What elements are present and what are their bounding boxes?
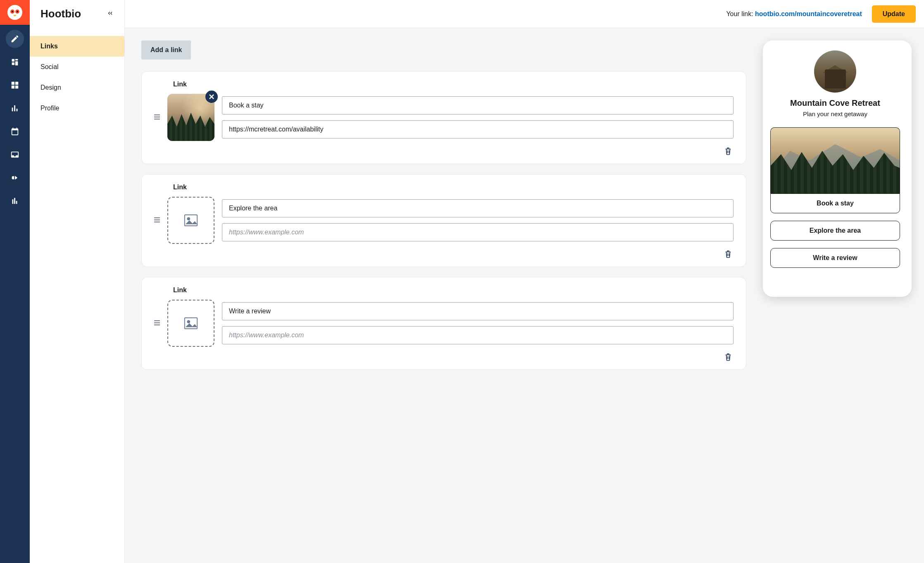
nav-amplify[interactable] xyxy=(6,169,24,187)
drag-handle-icon[interactable] xyxy=(154,316,160,330)
svg-rect-6 xyxy=(15,82,18,85)
sidebar-item-links[interactable]: Links xyxy=(30,36,124,57)
delete-link-button[interactable] xyxy=(723,248,733,261)
sidebar-item-profile[interactable]: Profile xyxy=(30,98,124,119)
preview-avatar xyxy=(814,50,856,93)
phone-preview: Mountain Cove Retreat Plan your next get… xyxy=(763,41,912,297)
svg-rect-13 xyxy=(154,219,160,220)
phone-scroll[interactable]: Mountain Cove Retreat Plan your next get… xyxy=(770,50,904,287)
sidebar: Hootbio Links Social Design Profile xyxy=(30,0,125,563)
svg-rect-7 xyxy=(12,86,14,88)
remove-image-button[interactable] xyxy=(205,91,218,103)
editor-pane: Add a link Link xyxy=(125,28,763,563)
preview-hero-image xyxy=(770,127,900,193)
svg-rect-10 xyxy=(154,117,160,117)
your-link-label: Your link: hootbio.com/mountaincoveretre… xyxy=(726,10,862,18)
preview-pane: Mountain Cove Retreat Plan your next get… xyxy=(763,28,924,563)
app-title: Hootbio xyxy=(40,7,81,20)
add-image-placeholder[interactable] xyxy=(167,197,214,244)
link-heading: Link xyxy=(173,184,733,191)
svg-rect-12 xyxy=(154,217,160,218)
your-link-url[interactable]: hootbio.com/mountaincoveretreat xyxy=(755,10,862,17)
drag-handle-icon[interactable] xyxy=(154,213,160,227)
nav-compose[interactable] xyxy=(6,30,24,48)
delete-link-button[interactable] xyxy=(723,351,733,364)
link-heading: Link xyxy=(173,81,733,88)
svg-point-3 xyxy=(12,11,13,12)
svg-point-16 xyxy=(187,217,190,220)
preview-link-button[interactable]: Write a review xyxy=(770,248,900,268)
nav-planner[interactable] xyxy=(6,76,24,94)
link-thumbnail[interactable] xyxy=(167,94,214,141)
preview-link-button[interactable]: Book a stay xyxy=(770,193,900,213)
delete-link-button[interactable] xyxy=(723,145,733,158)
svg-rect-11 xyxy=(154,119,160,119)
brand-logo xyxy=(0,0,30,25)
svg-rect-9 xyxy=(154,115,160,115)
svg-rect-8 xyxy=(15,86,18,88)
collapse-sidebar-button[interactable] xyxy=(105,8,115,20)
preview-link-button[interactable]: Explore the area xyxy=(770,221,900,241)
link-card: Link xyxy=(141,71,746,164)
preview-tagline: Plan your next getaway xyxy=(770,110,900,117)
link-url-input[interactable] xyxy=(222,120,733,138)
sidebar-item-design[interactable]: Design xyxy=(30,77,124,98)
svg-rect-5 xyxy=(12,82,14,85)
sidebar-item-social[interactable]: Social xyxy=(30,57,124,77)
nav-inbox[interactable] xyxy=(6,146,24,164)
svg-point-0 xyxy=(7,5,22,20)
svg-rect-19 xyxy=(154,324,160,325)
svg-rect-17 xyxy=(154,320,160,321)
link-heading: Link xyxy=(173,286,733,294)
nav-reports[interactable] xyxy=(6,192,24,210)
nav-rail xyxy=(0,0,30,563)
topbar: Your link: hootbio.com/mountaincoveretre… xyxy=(125,0,924,28)
link-title-input[interactable] xyxy=(222,199,733,217)
link-title-input[interactable] xyxy=(222,302,733,320)
preview-name: Mountain Cove Retreat xyxy=(770,98,900,108)
nav-calendar[interactable] xyxy=(6,122,24,141)
svg-rect-18 xyxy=(154,322,160,323)
update-button[interactable]: Update xyxy=(872,5,916,23)
link-title-input[interactable] xyxy=(222,96,733,115)
add-image-placeholder[interactable] xyxy=(167,300,214,347)
link-card: Link xyxy=(141,174,746,267)
nav-streams[interactable] xyxy=(6,53,24,71)
nav-analytics[interactable] xyxy=(6,99,24,117)
svg-point-21 xyxy=(187,320,190,323)
link-card: Link xyxy=(141,277,746,370)
svg-point-4 xyxy=(17,11,18,12)
svg-rect-14 xyxy=(154,222,160,222)
link-url-input[interactable] xyxy=(222,223,733,241)
drag-handle-icon[interactable] xyxy=(154,110,160,124)
link-url-input[interactable] xyxy=(222,326,733,344)
add-link-button[interactable]: Add a link xyxy=(141,41,191,60)
